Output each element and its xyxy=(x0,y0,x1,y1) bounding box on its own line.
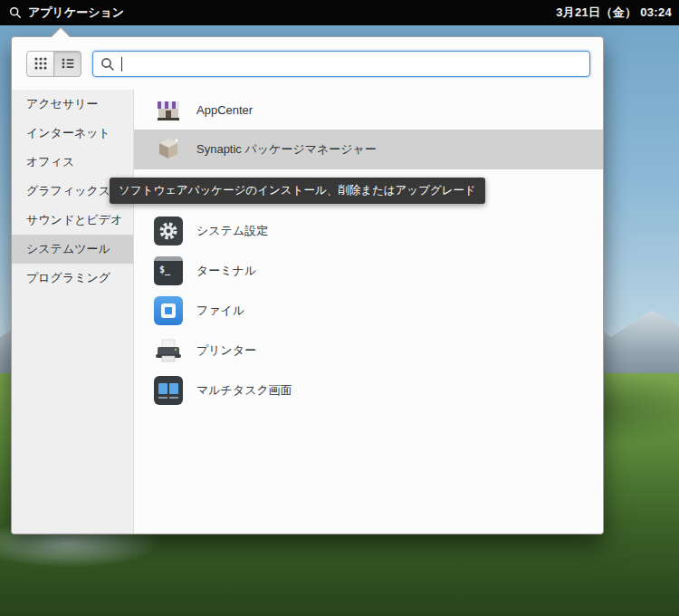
sidebar-item-sound-video[interactable]: サウンドとビデオ xyxy=(12,206,133,235)
grid-view-button[interactable] xyxy=(26,51,54,77)
search-input[interactable] xyxy=(93,52,589,76)
search-icon xyxy=(9,6,22,19)
settings-gear-icon xyxy=(154,217,183,245)
list-view-button[interactable] xyxy=(53,51,81,77)
app-label: マルチタスク画面 xyxy=(196,382,292,399)
multitasking-icon xyxy=(154,376,183,405)
app-label: AppCenter xyxy=(196,103,253,117)
app-row-terminal[interactable]: $_ ターミナル xyxy=(134,251,603,291)
terminal-icon: $_ xyxy=(154,256,183,285)
app-label: プリンター xyxy=(196,342,256,359)
view-switcher xyxy=(26,51,81,77)
category-sidebar: アクセサリー インターネット オフィス グラフィックス サウンドとビデオ システ… xyxy=(12,90,134,534)
app-row-settings[interactable]: システム設定 xyxy=(134,211,603,251)
sidebar-item-accessories[interactable]: アクセサリー xyxy=(12,90,133,119)
synaptic-icon xyxy=(154,135,183,164)
popover-toolbar xyxy=(12,37,603,90)
files-icon xyxy=(154,296,183,325)
app-row-files[interactable]: ファイル xyxy=(134,291,603,331)
app-row-appcenter[interactable]: AppCenter xyxy=(134,90,603,130)
app-row-printer[interactable]: プリンター xyxy=(134,331,603,371)
sidebar-item-internet[interactable]: インターネット xyxy=(12,119,133,148)
sidebar-item-programming[interactable]: プログラミング xyxy=(12,264,133,293)
list-view-icon xyxy=(61,56,75,71)
sidebar-item-office[interactable]: オフィス xyxy=(12,148,133,177)
app-label: ファイル xyxy=(196,303,244,319)
top-bar: アプリケーション 3月21日（金） 03:24 xyxy=(0,0,679,25)
sidebar-item-system-tools[interactable]: システムツール xyxy=(12,235,133,264)
clock[interactable]: 3月21日（金） 03:24 xyxy=(549,0,679,25)
app-row-multitasking[interactable]: マルチタスク画面 xyxy=(134,371,603,410)
app-label: Synaptic パッケージマネージャー xyxy=(196,141,377,158)
popover-arrow xyxy=(52,28,70,37)
grid-view-icon xyxy=(33,56,48,71)
popover-content: アクセサリー インターネット オフィス グラフィックス サウンドとビデオ システ… xyxy=(12,90,603,534)
printer-icon xyxy=(154,336,183,365)
app-row-synaptic[interactable]: Synaptic パッケージマネージャー xyxy=(134,130,603,169)
tooltip: ソフトウェアパッケージのインストール、削除またはアップグレード xyxy=(110,178,485,204)
applications-menu-button[interactable]: アプリケーション xyxy=(0,0,133,25)
app-label: ターミナル xyxy=(196,263,256,279)
applications-popover: アクセサリー インターネット オフィス グラフィックス サウンドとビデオ システ… xyxy=(11,36,604,534)
app-label: システム設定 xyxy=(196,223,268,239)
terminal-glyph: $_ xyxy=(159,265,170,274)
search-entry xyxy=(92,51,590,77)
applications-menu-label: アプリケーション xyxy=(28,5,124,21)
app-list: AppCenter Synaptic パッケージマネージャー xyxy=(134,90,603,534)
appcenter-icon xyxy=(154,95,183,124)
